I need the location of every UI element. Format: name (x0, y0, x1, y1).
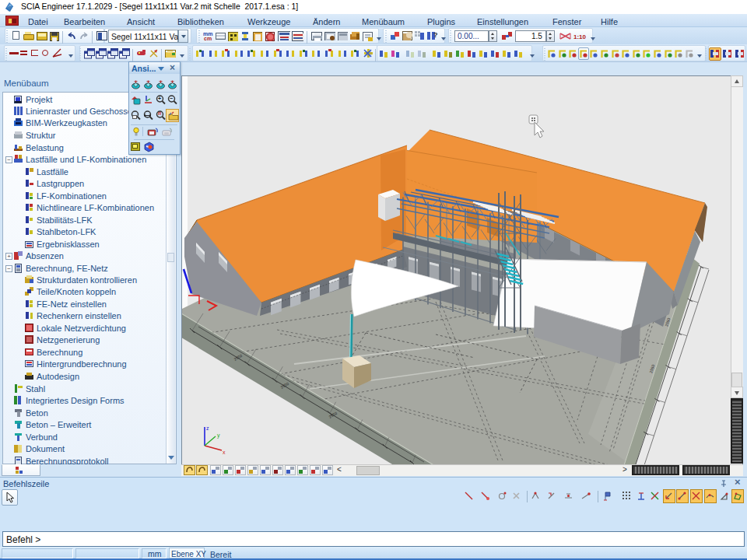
svg-text:y: y (217, 432, 220, 439)
svg-text:z: z (206, 425, 209, 431)
svg-text:x: x (223, 450, 226, 455)
